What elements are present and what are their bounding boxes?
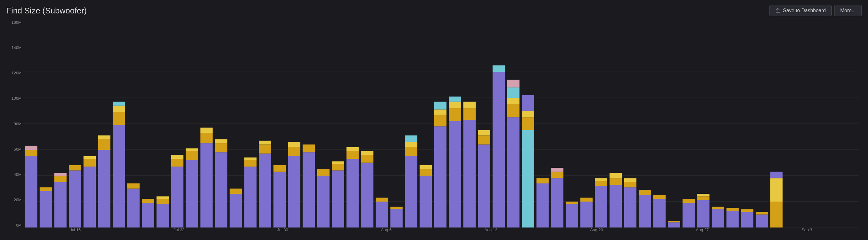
svg-rect-57 — [274, 165, 286, 172]
svg-rect-13 — [40, 187, 52, 191]
bar-chart — [24, 20, 859, 228]
svg-rect-86 — [434, 115, 446, 126]
svg-rect-130 — [653, 199, 665, 228]
svg-rect-139 — [712, 209, 724, 228]
y-label-20m: 20M — [6, 198, 24, 202]
svg-rect-127 — [624, 178, 637, 182]
svg-rect-70 — [346, 147, 359, 151]
svg-rect-123 — [610, 178, 622, 185]
svg-rect-23 — [98, 139, 111, 150]
svg-rect-56 — [274, 172, 286, 228]
y-label-140m: 140M — [6, 45, 24, 50]
svg-rect-87 — [434, 109, 446, 115]
header: Find Size (Subwoofer) Save to Dashboard … — [6, 5, 862, 16]
svg-rect-91 — [449, 102, 461, 108]
x-label-aug27: Aug 27 — [696, 228, 709, 237]
svg-rect-101 — [507, 117, 520, 228]
svg-rect-92 — [449, 97, 461, 102]
svg-rect-39 — [186, 160, 198, 228]
svg-rect-78 — [405, 156, 417, 228]
svg-rect-114 — [551, 168, 563, 172]
svg-rect-128 — [639, 195, 651, 228]
svg-rect-135 — [682, 199, 695, 203]
svg-rect-112 — [551, 178, 563, 228]
svg-rect-51 — [244, 160, 256, 167]
y-label-160m: 160M — [6, 20, 24, 25]
svg-rect-37 — [171, 159, 183, 167]
page-title: Find Size (Subwoofer) — [6, 6, 87, 15]
svg-rect-45 — [215, 152, 227, 228]
svg-rect-9 — [25, 156, 37, 228]
svg-rect-72 — [361, 155, 373, 163]
svg-rect-107 — [522, 117, 534, 130]
svg-rect-65 — [332, 170, 344, 228]
x-label-jul16: Jul 16 — [70, 228, 81, 237]
svg-rect-108 — [522, 111, 534, 117]
svg-rect-141 — [726, 211, 739, 228]
svg-rect-60 — [288, 142, 300, 147]
svg-rect-148 — [770, 178, 782, 202]
y-label-100m: 100M — [6, 96, 24, 101]
svg-rect-68 — [346, 159, 359, 228]
svg-rect-10 — [25, 150, 37, 156]
svg-rect-64 — [317, 169, 330, 176]
svg-rect-36 — [171, 167, 183, 228]
svg-rect-94 — [463, 108, 476, 120]
y-label-0m: 0M — [6, 223, 24, 228]
svg-rect-69 — [346, 151, 359, 159]
svg-rect-147 — [770, 202, 782, 228]
svg-rect-106 — [522, 130, 534, 228]
svg-rect-28 — [113, 102, 125, 105]
svg-rect-82 — [420, 176, 432, 228]
svg-rect-116 — [566, 202, 578, 204]
svg-rect-12 — [40, 191, 52, 228]
svg-rect-105 — [507, 80, 520, 88]
y-label-40m: 40M — [6, 172, 24, 177]
svg-rect-126 — [624, 182, 637, 187]
svg-rect-66 — [332, 164, 344, 171]
svg-rect-46 — [215, 143, 227, 152]
svg-rect-26 — [113, 112, 125, 125]
y-label-80m: 80M — [6, 122, 24, 126]
svg-rect-52 — [244, 158, 256, 160]
svg-rect-19 — [84, 167, 96, 228]
svg-rect-79 — [405, 147, 417, 156]
svg-rect-48 — [230, 194, 242, 228]
header-buttons: Save to Dashboard More... — [769, 5, 862, 16]
svg-rect-35 — [156, 196, 169, 199]
svg-rect-117 — [581, 202, 593, 228]
svg-rect-33 — [156, 204, 169, 228]
svg-rect-137 — [697, 196, 709, 200]
svg-rect-43 — [200, 133, 213, 143]
save-to-dashboard-button[interactable]: Save to Dashboard — [769, 5, 832, 16]
svg-rect-27 — [113, 106, 125, 112]
svg-rect-40 — [186, 151, 198, 160]
x-axis: Jul 16 Jul 23 Jul 30 Aug 6 Aug 13 Aug 20… — [24, 228, 859, 237]
svg-rect-80 — [405, 142, 417, 147]
svg-rect-85 — [434, 126, 446, 228]
more-button[interactable]: More... — [834, 5, 862, 16]
svg-rect-90 — [449, 108, 461, 121]
svg-rect-17 — [69, 170, 81, 228]
svg-rect-144 — [741, 209, 753, 212]
svg-rect-30 — [127, 183, 140, 189]
svg-rect-113 — [551, 172, 563, 178]
svg-rect-84 — [420, 165, 432, 169]
svg-rect-25 — [113, 125, 125, 228]
svg-rect-44 — [200, 128, 213, 133]
svg-rect-121 — [595, 178, 607, 181]
svg-rect-32 — [142, 199, 154, 203]
svg-rect-118 — [581, 198, 593, 202]
svg-rect-143 — [741, 212, 753, 228]
svg-rect-38 — [171, 155, 183, 159]
main-container: Find Size (Subwoofer) Save to Dashboard … — [0, 0, 868, 240]
svg-rect-14 — [54, 182, 66, 228]
svg-rect-83 — [420, 169, 432, 176]
svg-rect-149 — [770, 172, 782, 178]
svg-rect-140 — [712, 207, 724, 209]
svg-rect-124 — [610, 173, 622, 178]
x-label-sep3: Sep 3 — [802, 228, 812, 237]
svg-rect-76 — [390, 209, 402, 228]
svg-rect-136 — [697, 200, 709, 228]
svg-rect-103 — [507, 98, 520, 104]
